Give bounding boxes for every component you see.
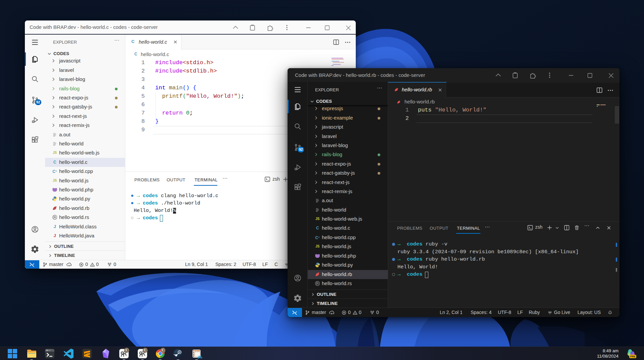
svg-text:PRE: PRE xyxy=(630,355,635,358)
